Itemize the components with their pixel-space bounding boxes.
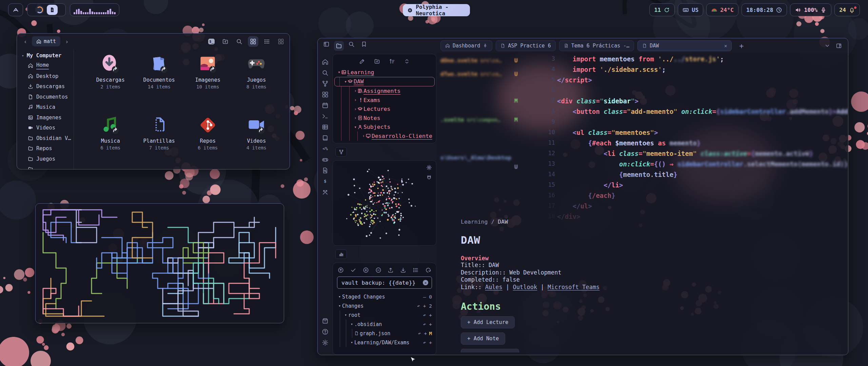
note-breadcrumb[interactable]: Learning / DAW bbox=[461, 219, 834, 225]
tree-edit-icon[interactable] bbox=[359, 58, 365, 64]
git-row-actions[interactable]: ↶ +M bbox=[418, 331, 432, 336]
action-button-partial[interactable] bbox=[461, 349, 519, 352]
ribbon-dollar-icon[interactable]: $ bbox=[322, 178, 329, 185]
note-link-outlook[interactable]: Outlook bbox=[513, 284, 537, 290]
pipes-screensaver-window[interactable] bbox=[35, 203, 284, 323]
note-link-microsoft-teams[interactable]: Microsoft Teams bbox=[548, 284, 600, 290]
file-manager-toolbar[interactable]: ‹ matt › $_ bbox=[17, 34, 290, 49]
ribbon-book-icon[interactable] bbox=[322, 135, 329, 141]
chevron-icon[interactable]: ▾ bbox=[337, 294, 342, 299]
ranking-panel-button[interactable] bbox=[335, 249, 347, 259]
tree-item-assignments[interactable]: ›Assignments bbox=[336, 86, 433, 96]
commit-message-field[interactable]: ✕ bbox=[337, 277, 432, 289]
clear-input-icon[interactable]: ✕ bbox=[423, 280, 428, 285]
git-row-graph-json[interactable]: graph.json↶ +M bbox=[337, 329, 432, 338]
sidebar-item-documentos[interactable]: Documentos bbox=[22, 92, 74, 102]
tree-folder-plus-icon[interactable] bbox=[374, 58, 380, 64]
folder-juegos[interactable]: Juegos8 items bbox=[232, 54, 281, 109]
git-commit-up-icon[interactable] bbox=[338, 267, 344, 273]
new-folder-icon[interactable] bbox=[222, 38, 229, 45]
git-row-actions[interactable]: — 0 bbox=[423, 294, 432, 300]
tray-clock[interactable]: 18:08:28 bbox=[742, 3, 787, 16]
launcher-button[interactable] bbox=[8, 3, 23, 16]
tab-dashboard[interactable]: Dashboard bbox=[440, 40, 492, 51]
tree-item-lectures[interactable]: ›Lectures bbox=[336, 104, 433, 114]
ribbon-calendar-icon[interactable] bbox=[322, 102, 329, 109]
chevron-down-icon[interactable] bbox=[824, 43, 830, 49]
folder-descargas[interactable]: Descargas2 items bbox=[86, 54, 135, 109]
folder-repos[interactable]: Repos6 items bbox=[183, 115, 232, 169]
graph-magnet-icon[interactable] bbox=[426, 175, 432, 181]
tray-updates[interactable]: 11 bbox=[649, 3, 675, 16]
tray-weather[interactable]: 24°C bbox=[706, 3, 738, 16]
ribbon-table-icon[interactable] bbox=[322, 124, 329, 130]
git-minus-circle-icon[interactable] bbox=[375, 267, 381, 273]
ribbon-help-icon[interactable] bbox=[322, 328, 329, 335]
sidebar-item-home[interactable]: Home bbox=[22, 61, 74, 71]
git-action-glyphs[interactable]: ↶ + bbox=[423, 312, 432, 318]
sidebar-item-musica[interactable]: Musica bbox=[22, 102, 74, 113]
chevron-icon[interactable]: › bbox=[353, 98, 358, 102]
graph-gear-icon[interactable] bbox=[426, 165, 432, 170]
action-button--add-note[interactable]: + Add Note bbox=[461, 332, 505, 345]
ribbon-git-fork-icon[interactable] bbox=[322, 80, 329, 87]
git-row-actions[interactable]: ↶ + 2 bbox=[417, 303, 432, 309]
git-row-actions[interactable]: ↶ + bbox=[423, 322, 432, 327]
git-row-actions[interactable]: ↶ + bbox=[423, 312, 432, 318]
git-list-icon[interactable] bbox=[413, 267, 419, 273]
sidebar-item-imagenes[interactable]: Imagenes bbox=[22, 113, 74, 123]
bookmark-icon[interactable] bbox=[361, 41, 367, 47]
open-terminal-icon[interactable]: $_ bbox=[208, 39, 215, 44]
search-icon[interactable] bbox=[348, 41, 355, 47]
folder-imagenes[interactable]: Imagenes10 items bbox=[183, 54, 232, 109]
tree-item-exams[interactable]: ›!Exams bbox=[336, 96, 433, 105]
sidebar-item-repos[interactable]: Repos bbox=[22, 143, 74, 154]
tree-item-daw[interactable]: ▾DAW bbox=[334, 77, 435, 87]
git-action-glyphs[interactable]: ↶ + bbox=[418, 331, 427, 336]
git-action-glyphs[interactable]: ↶ + bbox=[423, 340, 432, 345]
chevron-icon[interactable]: ▾ bbox=[349, 340, 354, 345]
tree-collapse-icon[interactable] bbox=[404, 58, 410, 64]
panel-left-icon[interactable] bbox=[323, 41, 330, 47]
tab-tema-6-pr-cticas-[interactable]: Tema 6 Prácticas -… bbox=[559, 40, 634, 51]
pin-icon[interactable] bbox=[483, 43, 488, 48]
panel-right-icon[interactable] bbox=[836, 43, 842, 49]
git-row-root[interactable]: ▾root↶ + bbox=[337, 310, 432, 320]
sidebar-item-videos[interactable]: Videos bbox=[22, 123, 74, 133]
search-icon[interactable] bbox=[236, 38, 242, 45]
nav-forward-icon[interactable]: › bbox=[64, 38, 70, 45]
git-upload-icon[interactable] bbox=[388, 267, 394, 273]
note-link-aules[interactable]: Aules bbox=[485, 284, 502, 290]
ribbon-home-icon[interactable] bbox=[322, 59, 329, 65]
git-action-glyphs[interactable]: ↶ + 2 bbox=[417, 303, 432, 309]
tray-notifications[interactable]: 24 bbox=[834, 3, 860, 16]
sidebar-item-obsidian-v-[interactable]: Obsidian V… bbox=[22, 133, 74, 144]
git-row-changes[interactable]: ▾Changes↶ + 2 bbox=[337, 301, 432, 310]
ribbon-gear-icon[interactable] bbox=[322, 339, 329, 346]
tree-item-subjects[interactable]: ▾Subjects bbox=[336, 123, 433, 132]
tree-item-notes[interactable]: ›Notes bbox=[336, 114, 433, 123]
grid-view-icon[interactable] bbox=[248, 36, 258, 47]
git-row--obsidian[interactable]: ▾.obsidian↶ + bbox=[337, 320, 432, 329]
files-icon[interactable] bbox=[334, 41, 344, 51]
chevron-icon[interactable]: ▾ bbox=[349, 322, 354, 326]
active-app-text-editor-icon[interactable] bbox=[47, 5, 58, 15]
folder-videos[interactable]: Videos4 items bbox=[232, 115, 281, 169]
folder-musica[interactable]: Musica6 items bbox=[86, 115, 135, 169]
firefox-icon[interactable] bbox=[35, 5, 44, 14]
list-view-icon[interactable] bbox=[264, 38, 270, 45]
close-tab-icon[interactable]: ✕ bbox=[724, 43, 727, 48]
ribbon-terminal-icon[interactable] bbox=[322, 113, 329, 120]
chevron-icon[interactable]: ▾ bbox=[337, 304, 342, 308]
tree-item-desarrollo-cliente[interactable]: ›Desarrollo-Cliente bbox=[336, 131, 433, 141]
git-download-icon[interactable] bbox=[400, 267, 406, 273]
git-refresh-icon[interactable] bbox=[425, 267, 431, 273]
ribbon-search-icon[interactable] bbox=[322, 69, 329, 76]
ribbon-vault-box-icon[interactable] bbox=[322, 318, 329, 324]
commit-message-input[interactable] bbox=[341, 279, 420, 286]
compact-view-icon[interactable] bbox=[278, 38, 284, 45]
git-action-glyphs[interactable]: ↶ + bbox=[423, 322, 432, 327]
tree-item-learning[interactable]: ▾Learning bbox=[336, 68, 433, 77]
sidebar-item-more[interactable] bbox=[22, 164, 74, 169]
sidebar-item-juegos[interactable]: Juegos bbox=[22, 154, 74, 164]
